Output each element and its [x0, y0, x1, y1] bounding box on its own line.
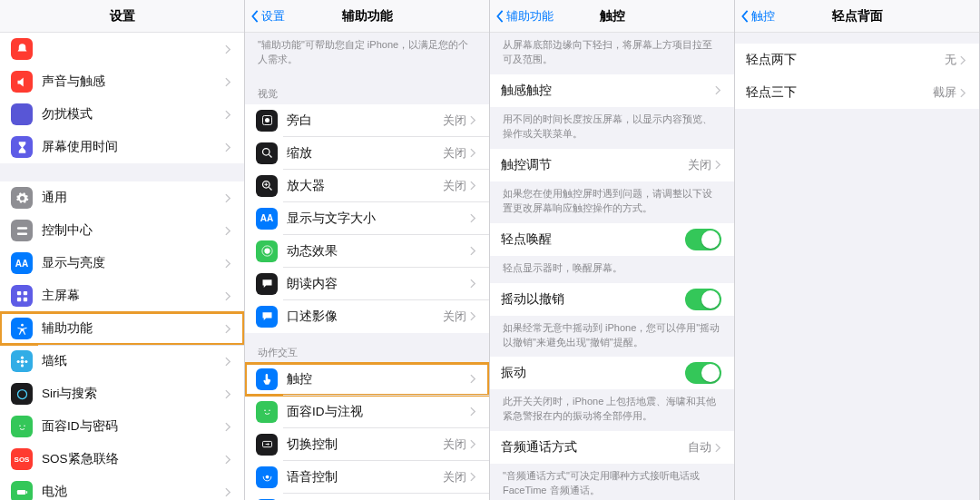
chevron-right-icon — [225, 422, 231, 432]
label: 音频通话方式 — [501, 439, 688, 456]
row-shake-undo[interactable]: 摇动以撤销 — [490, 283, 734, 316]
svg-rect-3 — [23, 290, 26, 294]
chevron-right-icon — [960, 55, 966, 65]
row-triple-tap[interactable]: 轻点三下 截屏 — [735, 76, 979, 109]
chevron-right-icon — [470, 439, 476, 449]
label: 勿扰模式 — [42, 106, 225, 123]
row-general[interactable]: 通用 — [0, 181, 244, 214]
row-textsize[interactable]: AA 显示与文字大小 — [245, 202, 489, 235]
row-magnifier[interactable]: 放大器 关闭 — [245, 170, 489, 202]
back-button[interactable]: 设置 — [250, 8, 285, 25]
label: 放大器 — [287, 178, 443, 194]
label: 轻点三下 — [746, 84, 933, 101]
label: 语音控制 — [287, 469, 443, 485]
svg-rect-16 — [25, 491, 26, 494]
label: 缩放 — [287, 145, 443, 162]
back-button[interactable]: 触控 — [740, 8, 775, 25]
label: 电池 — [42, 484, 225, 500]
value: 关闭 — [443, 309, 466, 325]
chevron-right-icon — [225, 193, 231, 203]
label: 切换控制 — [287, 436, 443, 453]
value: 关闭 — [443, 436, 466, 453]
row-motion[interactable]: 动态效果 — [245, 235, 489, 268]
row-siri[interactable]: Siri与搜索 — [0, 377, 244, 410]
nav-title: 触控 — [600, 8, 625, 25]
label: 屏幕使用时间 — [42, 139, 225, 155]
chevron-right-icon — [225, 226, 231, 236]
chevron-right-icon — [715, 85, 721, 95]
row-side-button[interactable]: 侧边按钮 — [245, 494, 489, 500]
voice-control-icon — [256, 466, 278, 488]
label: 声音与触感 — [42, 74, 225, 90]
nav-title: 设置 — [110, 8, 135, 25]
chevron-right-icon — [715, 160, 721, 170]
value: 截屏 — [933, 84, 956, 101]
row-touch[interactable]: 触控 — [245, 363, 489, 396]
label: 轻点唤醒 — [501, 231, 685, 248]
chevron-right-icon — [470, 148, 476, 158]
back-button[interactable]: 辅助功能 — [495, 8, 554, 25]
row-audio-route[interactable]: 音频通话方式 自动 — [490, 431, 734, 464]
svg-point-10 — [16, 359, 19, 362]
value: 无 — [945, 52, 956, 68]
label: 显示与亮度 — [42, 255, 225, 271]
row-top-blank[interactable] — [0, 33, 244, 65]
label: 摇动以撤销 — [501, 291, 685, 308]
row-voiceover[interactable]: 旁白 关闭 — [245, 104, 489, 137]
chevron-right-icon — [715, 443, 721, 453]
row-tap-wake[interactable]: 轻点唤醒 — [490, 223, 734, 256]
label: 辅助功能 — [42, 320, 225, 337]
magnifier-icon — [256, 175, 278, 197]
row-haptic-touch[interactable]: 触感触控 — [490, 74, 734, 107]
label: 通用 — [42, 190, 225, 206]
row-voice-control[interactable]: 语音控制 关闭 — [245, 461, 489, 494]
nav-title: 辅助功能 — [342, 8, 393, 25]
chevron-right-icon — [225, 77, 231, 87]
text-size-icon: AA — [256, 208, 278, 230]
row-screentime[interactable]: 屏幕使用时间 — [0, 131, 244, 163]
value: 自动 — [688, 439, 711, 456]
row-sos[interactable]: SOS SOS紧急联络 — [0, 443, 244, 475]
notification-icon — [11, 38, 33, 60]
svg-rect-5 — [23, 297, 26, 300]
row-vibration[interactable]: 振动 — [490, 357, 734, 389]
switch-control-icon — [256, 434, 278, 456]
chevron-right-icon — [470, 115, 476, 125]
svg-point-19 — [265, 118, 270, 123]
accessibility-icon — [11, 318, 33, 339]
row-wallpaper[interactable]: 墙纸 — [0, 345, 244, 377]
chevron-right-icon — [225, 389, 231, 399]
row-accessibility[interactable]: 辅助功能 — [0, 312, 244, 345]
label: 振动 — [501, 365, 685, 381]
label: 触控调节 — [501, 157, 688, 173]
gear-icon — [11, 187, 33, 209]
svg-rect-15 — [16, 490, 24, 495]
toggle-on[interactable] — [685, 362, 721, 384]
faceid-icon — [256, 401, 278, 423]
row-faceid-attn[interactable]: 面容ID与注视 — [245, 396, 489, 428]
chevron-right-icon — [470, 213, 476, 223]
row-home[interactable]: 主屏幕 — [0, 279, 244, 312]
row-battery[interactable]: 电池 — [0, 475, 244, 500]
row-double-tap[interactable]: 轻点两下 无 — [735, 44, 979, 76]
siri-icon — [11, 383, 33, 405]
row-audio-desc[interactable]: 口述影像 关闭 — [245, 300, 489, 333]
row-spoken[interactable]: 朗读内容 — [245, 268, 489, 300]
navbar: 辅助功能 触控 — [490, 0, 734, 33]
svg-point-13 — [19, 425, 21, 426]
svg-point-7 — [20, 359, 24, 363]
row-zoom[interactable]: 缩放 关闭 — [245, 137, 489, 170]
row-switch-control[interactable]: 切换控制 关闭 — [245, 428, 489, 461]
toggle-on[interactable] — [685, 289, 721, 310]
svg-point-25 — [269, 410, 270, 412]
svg-rect-1 — [16, 232, 26, 235]
row-faceid[interactable]: 面容ID与密码 — [0, 410, 244, 443]
row-display[interactable]: AA 显示与亮度 — [0, 247, 244, 279]
row-control-center[interactable]: 控制中心 — [0, 214, 244, 247]
row-dnd[interactable]: 勿扰模式 — [0, 98, 244, 131]
back-label: 辅助功能 — [506, 8, 554, 25]
row-sounds[interactable]: 声音与触感 — [0, 65, 244, 98]
chevron-right-icon — [225, 44, 231, 54]
row-touch-adjust[interactable]: 触控调节 关闭 — [490, 149, 734, 181]
toggle-on[interactable] — [685, 229, 721, 250]
